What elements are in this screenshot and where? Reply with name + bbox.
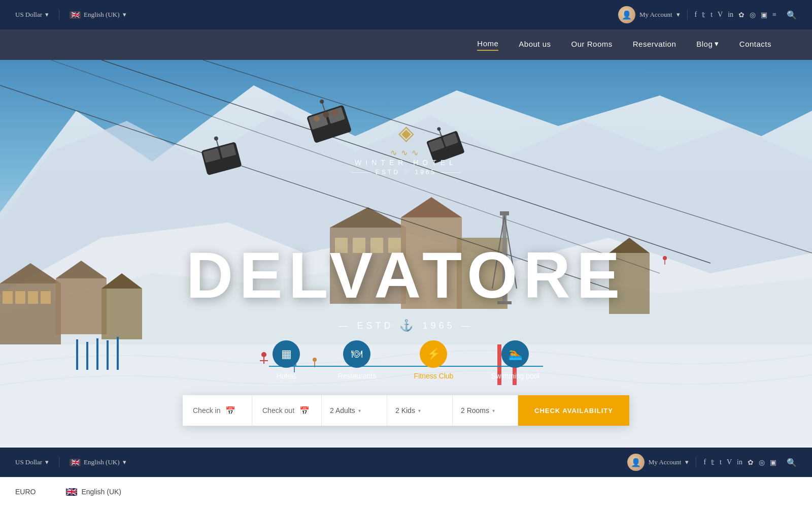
pinterest-icon[interactable]: ✿ bbox=[738, 11, 745, 19]
vimeo-icon[interactable]: V bbox=[718, 11, 723, 19]
hotel-estd-small: ESTD ♡ 1965 bbox=[351, 169, 461, 176]
hotel-type-label: WINTER HOTEL bbox=[351, 158, 461, 167]
rooms-arrow-icon: ▾ bbox=[492, 408, 495, 414]
estd-year-text: 1965 bbox=[422, 321, 455, 331]
twitter-icon[interactable]: 𝕥 bbox=[702, 11, 705, 19]
bottom-divider2 bbox=[696, 457, 696, 467]
feed-icon[interactable]: ≡ bbox=[772, 11, 776, 19]
currency-arrow: ▾ bbox=[45, 11, 49, 19]
language-arrow: ▾ bbox=[123, 11, 126, 19]
bottom-pinterest-icon[interactable]: ✿ bbox=[748, 458, 754, 467]
user-avatar: 👤 bbox=[618, 6, 635, 23]
hero-center-content: ◈ ∿∿∿ WINTER HOTEL ESTD ♡ 1965 bbox=[351, 121, 461, 176]
nav-item-home[interactable]: Home bbox=[477, 39, 498, 51]
language-label: English (UK) bbox=[84, 11, 119, 19]
bottom-facebook-icon[interactable]: f bbox=[703, 458, 706, 466]
bottom-user-avatar: 👤 bbox=[627, 454, 645, 471]
currency-selector[interactable]: US Dollar ▾ bbox=[15, 11, 49, 19]
divider bbox=[59, 10, 59, 20]
adults-select[interactable]: 2 Adults ▾ bbox=[322, 395, 387, 426]
facebook-icon[interactable]: f bbox=[695, 11, 697, 19]
bottom-lang-option-label: English (UK) bbox=[81, 488, 121, 496]
flag-uk-icon: 🇬🇧 bbox=[70, 11, 81, 19]
fitness-icon-circle[interactable]: ⚡ bbox=[420, 340, 447, 368]
linkedin-icon[interactable]: in bbox=[728, 11, 733, 19]
adults-label: 2 Adults bbox=[330, 406, 355, 415]
nav-item-about[interactable]: About us bbox=[519, 40, 551, 50]
hotels-icon: ▦ bbox=[281, 347, 292, 361]
bottom-top-bar-left: US Dollar ▾ 🇬🇧 English (UK) ▾ bbox=[15, 457, 126, 467]
nav-item-rooms[interactable]: Our Rooms bbox=[571, 40, 613, 50]
tumblr-icon[interactable]: t bbox=[710, 11, 713, 19]
language-selector[interactable]: 🇬🇧 English (UK) ▾ bbox=[70, 11, 126, 19]
bottom-top-bar: US Dollar ▾ 🇬🇧 English (UK) ▾ 👤 My Accou… bbox=[0, 448, 812, 477]
restaurants-label: Restaurants bbox=[338, 372, 376, 380]
category-row: ▦ Hotels 🍽 Restaurants ⚡ Fitness Club 🏊 … bbox=[254, 340, 558, 380]
fitness-icon: ⚡ bbox=[427, 347, 441, 361]
nav-item-contacts[interactable]: Contacts bbox=[739, 40, 771, 50]
currency-label: US Dollar bbox=[15, 11, 42, 19]
check-availability-button[interactable]: CHECK AVAILABILITY bbox=[518, 395, 629, 426]
restaurants-icon-circle[interactable]: 🍽 bbox=[343, 340, 370, 368]
main-navigation: Home About us Our Rooms Reservation Blog… bbox=[0, 29, 812, 60]
bottom-main-navigation: Home About us Our Rooms Reservation Blog… bbox=[0, 506, 812, 508]
bottom-lang-option[interactable]: 🇬🇧 English (UK) bbox=[66, 488, 121, 496]
check-out-field[interactable]: Check out 📅 bbox=[252, 395, 322, 426]
my-account-button[interactable]: 👤 My Account ▾ bbox=[618, 6, 680, 23]
euro-option[interactable]: EURO bbox=[15, 488, 36, 496]
bottom-tumblr-icon[interactable]: t bbox=[720, 458, 722, 466]
category-restaurants[interactable]: 🍽 Restaurants bbox=[338, 340, 376, 380]
booking-bar: Check in 📅 Check out 📅 2 Adults ▾ 2 Kids… bbox=[183, 395, 629, 426]
hero-section: ◈ ∿∿∿ WINTER HOTEL ESTD ♡ 1965 DELVATORE… bbox=[0, 60, 812, 446]
search-button-top[interactable]: 🔍 bbox=[787, 10, 797, 20]
my-account-arrow: ▾ bbox=[676, 11, 680, 19]
bottom-rss-icon[interactable]: ▣ bbox=[770, 458, 776, 467]
nav-item-blog[interactable]: Blog ▾ bbox=[696, 39, 719, 50]
bottom-dropdown-area: EURO 🇬🇧 English (UK) bbox=[0, 477, 812, 506]
top-bar-right: 👤 My Account ▾ f 𝕥 t V in ✿ ◎ ▣ ≡ 🔍 bbox=[618, 6, 797, 23]
bottom-currency-selector[interactable]: US Dollar ▾ bbox=[15, 458, 49, 466]
bottom-lang-flag-icon: 🇬🇧 bbox=[66, 488, 77, 496]
pool-label: Swimming pool bbox=[491, 372, 539, 380]
bottom-language-selector[interactable]: 🇬🇧 English (UK) ▾ bbox=[70, 458, 126, 466]
bottom-instagram-icon[interactable]: ◎ bbox=[759, 458, 765, 467]
bottom-language-arrow: ▾ bbox=[123, 458, 126, 466]
category-pool[interactable]: 🏊 Swimming pool bbox=[491, 340, 539, 380]
hero-estd-large: — ESTD ⚓ 1965 — bbox=[339, 319, 473, 332]
bottom-divider bbox=[59, 457, 59, 467]
nav-item-reservation[interactable]: Reservation bbox=[633, 40, 676, 50]
social-icons-group: f 𝕥 t V in ✿ ◎ ▣ ≡ bbox=[695, 11, 776, 19]
pool-icon: 🏊 bbox=[509, 347, 522, 361]
kids-label: 2 Kids bbox=[395, 406, 415, 415]
bottom-my-account-label: My Account bbox=[649, 458, 682, 466]
estd-large-text: ESTD bbox=[357, 321, 393, 331]
restaurants-icon: 🍽 bbox=[351, 347, 362, 361]
bottom-currency-arrow: ▾ bbox=[45, 458, 49, 466]
anchor-icon: ⚓ bbox=[399, 319, 416, 332]
category-hotels[interactable]: ▦ Hotels bbox=[273, 340, 300, 380]
bottom-my-account-button[interactable]: 👤 My Account ▾ bbox=[627, 454, 689, 471]
instagram-icon[interactable]: ◎ bbox=[750, 11, 756, 19]
rooms-select[interactable]: 2 Rooms ▾ bbox=[453, 395, 518, 426]
bottom-search-button[interactable]: 🔍 bbox=[787, 458, 797, 467]
check-in-field[interactable]: Check in 📅 bbox=[183, 395, 252, 426]
hotels-icon-circle[interactable]: ▦ bbox=[273, 340, 300, 368]
bottom-twitter-icon[interactable]: 𝕥 bbox=[711, 458, 715, 467]
estd-small-text: ESTD ♡ 1965 bbox=[376, 169, 436, 176]
check-out-label: Check out bbox=[262, 406, 294, 415]
hotel-logo-waves: ∿∿∿ bbox=[351, 148, 461, 157]
bottom-section: US Dollar ▾ 🇬🇧 English (UK) ▾ 👤 My Accou… bbox=[0, 446, 812, 508]
nav-items-group: Home About us Our Rooms Reservation Blog… bbox=[477, 39, 771, 51]
hotels-label: Hotels bbox=[276, 372, 296, 380]
pool-icon-circle[interactable]: 🏊 bbox=[501, 340, 529, 368]
check-in-calendar-icon: 📅 bbox=[225, 406, 235, 416]
adults-arrow-icon: ▾ bbox=[358, 408, 361, 414]
divider2 bbox=[687, 10, 688, 20]
bottom-vimeo-icon[interactable]: V bbox=[727, 458, 732, 466]
kids-select[interactable]: 2 Kids ▾ bbox=[387, 395, 453, 426]
bottom-language-label: English (UK) bbox=[84, 458, 119, 466]
bottom-linkedin-icon[interactable]: in bbox=[737, 458, 742, 466]
hotel-logo-icon: ◈ bbox=[351, 121, 461, 145]
rss-icon[interactable]: ▣ bbox=[761, 11, 767, 19]
category-fitness[interactable]: ⚡ Fitness Club bbox=[414, 340, 454, 380]
